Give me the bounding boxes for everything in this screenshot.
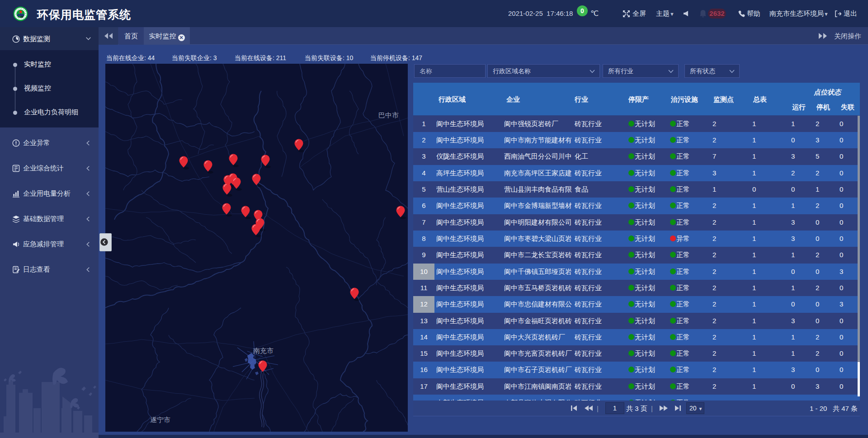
svg-text:南充市: 南充市 (253, 347, 274, 354)
svg-text:遂宁市: 遂宁市 (150, 416, 170, 424)
svg-text:巴中市: 巴中市 (378, 111, 399, 119)
